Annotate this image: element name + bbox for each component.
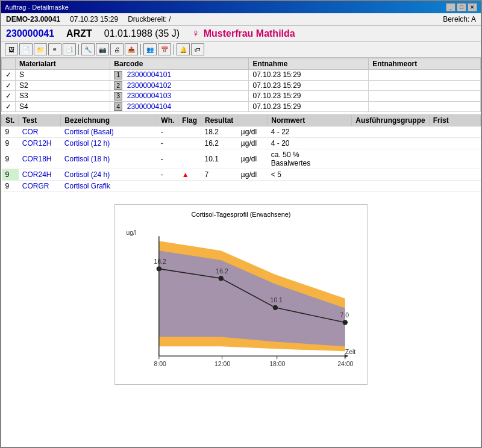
res-norm	[268, 181, 352, 192]
toolbar-sep-2	[140, 44, 141, 55]
toolbar-btn-2[interactable]: 📄	[19, 43, 33, 55]
toolbar-sep-1	[78, 44, 79, 55]
res-wh: -	[157, 138, 178, 149]
mat-art: S3	[16, 91, 110, 102]
toolbar-btn-13[interactable]: 🏷	[191, 43, 204, 55]
res-wh: -	[157, 169, 178, 181]
patient-name: ♀ Musterfrau Mathilda	[192, 27, 295, 40]
res-unit	[237, 181, 268, 192]
xlabel-12: 12:00	[214, 361, 230, 367]
barcode-num: 2	[114, 81, 122, 90]
patient-dob: 01.01.1988 (35 J)	[104, 28, 180, 39]
toolbar-btn-12[interactable]: 🔔	[177, 43, 190, 55]
rcol-bez: Bezeichnung	[61, 115, 157, 126]
bez-link[interactable]: Cortisol Grafik	[64, 182, 110, 190]
bez-link[interactable]: Cortisol (18 h)	[64, 155, 110, 163]
bez-link[interactable]: Cortisol (12 h)	[64, 139, 110, 148]
res-norm: ca. 50 %Basalwertes	[268, 149, 352, 169]
mat-entnahmeort	[369, 91, 481, 102]
data-point-2	[273, 305, 278, 310]
xlabel-zeit: Zeit	[345, 349, 356, 355]
rcol-test: Test	[19, 115, 61, 126]
test-link[interactable]: COR	[22, 128, 39, 136]
demo-id: DEMO-23.00041	[6, 15, 60, 23]
res-test[interactable]: COR18H	[19, 149, 61, 169]
mat-entnahme: 07.10.23 15:29	[249, 80, 369, 91]
bez-link[interactable]: Cortisol (24 h)	[64, 170, 110, 179]
test-link[interactable]: COR18H	[22, 155, 52, 163]
test-link[interactable]: COR12H	[22, 139, 52, 148]
barcode-link[interactable]: 23000004101	[127, 70, 171, 79]
data-point-3	[343, 320, 348, 325]
toolbar-btn-3[interactable]: 📁	[34, 43, 47, 55]
maximize-button[interactable]: □	[457, 3, 466, 11]
res-bez: Cortisol (24 h)	[61, 169, 157, 181]
results-table: St. Test Bezeichnung Wh. Flag Resultat N…	[1, 114, 481, 192]
result-row: 9 COR24H Cortisol (24 h) - ▲ 7 µg/dl < 5	[2, 169, 481, 181]
close-button[interactable]: ✕	[468, 3, 477, 11]
res-test[interactable]: COR24H	[19, 169, 61, 181]
barcode-num: 3	[114, 92, 122, 101]
res-flag	[178, 149, 201, 169]
mat-art: S	[16, 70, 110, 81]
col-check	[2, 58, 16, 70]
xlabel-18: 18:00	[269, 361, 285, 367]
material-row: ✓ S 1 23000004101 07.10.23 15:29	[2, 70, 481, 81]
res-agr	[352, 169, 429, 181]
material-table: Materialart Barcode Entnahme Entnahmeort…	[1, 58, 481, 112]
toolbar-btn-6[interactable]: 🔧	[81, 43, 95, 55]
barcode-num: 1	[114, 71, 122, 79]
res-test[interactable]: CORGR	[19, 181, 61, 192]
res-st: 9	[2, 126, 19, 138]
res-flag: ▲	[178, 169, 201, 181]
mat-barcode[interactable]: 4 23000004104	[110, 101, 249, 112]
bereich: Bereich: A	[443, 15, 476, 23]
barcode-num: 4	[114, 102, 122, 111]
toolbar-btn-8[interactable]: 🖨	[110, 43, 124, 55]
res-flag	[178, 181, 201, 192]
res-frist	[429, 181, 480, 192]
toolbar-btn-7[interactable]: 📷	[96, 43, 109, 55]
res-agr	[352, 126, 429, 138]
druckbereit: Druckbereit: /	[128, 15, 171, 23]
chart-container: Cortisol-Tagesprofil (Erwachsene) ug/l 1…	[114, 204, 368, 385]
barcode-link[interactable]: 23000004102	[127, 81, 171, 90]
res-test[interactable]: COR12H	[19, 138, 61, 149]
toolbar-btn-1[interactable]: 🖼	[5, 43, 18, 55]
bez-link[interactable]: Cortisol (Basal)	[64, 128, 114, 136]
toolbar-btn-10[interactable]: 👥	[143, 43, 157, 55]
res-st: 9	[2, 149, 19, 169]
data-label-3: 7.0	[340, 312, 349, 319]
patient-arzt: ARZT	[66, 28, 92, 39]
rcol-result: Resultat	[201, 115, 237, 126]
res-agr	[352, 138, 429, 149]
barcode-link[interactable]: 23000004103	[127, 92, 171, 100]
test-link[interactable]: COR24H	[22, 170, 52, 179]
col-entnahmeort: Entnahmeort	[369, 58, 481, 70]
flag-triangle: ▲	[182, 170, 189, 179]
col-barcode: Barcode	[110, 58, 249, 70]
mat-entnahmeort	[369, 101, 481, 112]
res-wh: -	[157, 149, 178, 169]
test-link[interactable]: CORGR	[22, 182, 49, 190]
mat-barcode[interactable]: 2 23000004102	[110, 80, 249, 91]
patient-id: 230000041	[6, 28, 54, 39]
toolbar-btn-4[interactable]: ≡	[48, 43, 61, 55]
content-area: Materialart Barcode Entnahme Entnahmeort…	[1, 58, 481, 447]
toolbar-btn-11[interactable]: 📅	[158, 43, 171, 55]
res-bez: Cortisol (12 h)	[61, 138, 157, 149]
toolbar-btn-5[interactable]: 📑	[63, 43, 76, 55]
chart-svg: ug/l 18.216.210.17.0	[121, 221, 361, 378]
minimize-button[interactable]: _	[446, 3, 455, 11]
mat-entnahme: 07.10.23 15:29	[249, 91, 369, 102]
mat-barcode[interactable]: 1 23000004101	[110, 70, 249, 81]
mat-barcode[interactable]: 3 23000004103	[110, 91, 249, 102]
rcol-unit	[237, 115, 268, 126]
mat-art: S4	[16, 101, 110, 112]
res-st: 9	[2, 169, 19, 181]
res-test[interactable]: COR	[19, 126, 61, 138]
barcode-link[interactable]: 23000004104	[127, 102, 171, 111]
result-row: 9 CORGR Cortisol Grafik	[2, 181, 481, 192]
res-flag	[178, 138, 201, 149]
toolbar-btn-9[interactable]: 📤	[125, 43, 138, 55]
